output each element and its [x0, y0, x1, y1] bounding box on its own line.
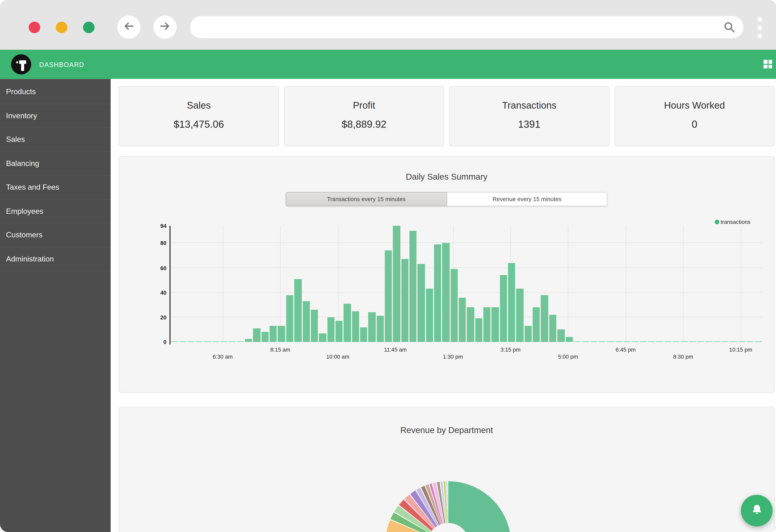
- stat-label: Sales: [119, 100, 278, 111]
- stat-label: Profit: [284, 100, 444, 111]
- sidebar-item-customers[interactable]: Customers: [0, 223, 111, 247]
- stat-card-sales: Sales $13,475.06: [119, 86, 279, 147]
- x-tick-label: 11:45 am: [384, 346, 407, 352]
- maximize-window-button[interactable]: [83, 22, 95, 33]
- bar: [335, 321, 343, 342]
- sidebar-item-sales[interactable]: Sales: [0, 128, 111, 152]
- bell-icon: [750, 503, 763, 518]
- bar: [426, 289, 433, 342]
- bar: [746, 341, 754, 342]
- bar: [319, 333, 326, 342]
- bar: [303, 301, 310, 342]
- back-arrow-icon: [123, 20, 135, 34]
- bar: [648, 341, 655, 342]
- x-tick-label: 3:15 pm: [501, 346, 521, 352]
- bar: [516, 289, 524, 342]
- y-tick-label: 20: [149, 314, 167, 321]
- bar: [360, 327, 367, 342]
- bar: [171, 341, 178, 342]
- sidebar-item-inventory[interactable]: Inventory: [0, 104, 111, 128]
- app-logo-icon[interactable]: [11, 54, 31, 74]
- close-window-button[interactable]: [29, 22, 40, 33]
- content-area: Products Inventory Sales Balancing Taxes…: [0, 79, 776, 532]
- bar: [549, 315, 557, 342]
- bar: [220, 341, 227, 342]
- bar: [508, 263, 515, 342]
- address-bar-input[interactable]: [190, 16, 743, 38]
- legend-label: transactions: [721, 219, 750, 225]
- notifications-fab-button[interactable]: [741, 495, 773, 527]
- bar: [344, 304, 351, 342]
- app-header: DASHBOARD: [0, 50, 776, 79]
- bar: [623, 341, 630, 342]
- bar: [467, 307, 474, 342]
- bar: [196, 341, 203, 342]
- bar: [500, 275, 507, 342]
- bar: [228, 341, 236, 342]
- minimize-window-button[interactable]: [56, 22, 67, 33]
- sidebar: Products Inventory Sales Balancing Taxes…: [0, 79, 111, 532]
- x-tick-label: 6:45 pm: [616, 346, 635, 352]
- sidebar-item-taxes-and-fees[interactable]: Taxes and Fees: [0, 176, 111, 200]
- bar-chart: transactions 6:30 am8:15 am10:00 am11:45…: [171, 226, 763, 342]
- y-tick-label: 60: [149, 264, 167, 271]
- bar: [483, 307, 491, 342]
- bar: [442, 243, 449, 342]
- department-donut-chart: [385, 481, 511, 532]
- sidebar-item-products[interactable]: Products: [0, 80, 111, 104]
- bar: [492, 307, 499, 342]
- bar: [475, 318, 482, 342]
- bar: [327, 317, 334, 342]
- main-panel: Sales $13,475.06 Profit $8,889.92 Transa…: [111, 79, 776, 532]
- x-tick-label: 10:15 pm: [729, 346, 752, 352]
- bar: [188, 341, 195, 342]
- bar: [639, 341, 647, 342]
- bar: [376, 316, 384, 342]
- toggle-revenue-button[interactable]: Revenue every 15 minutes: [447, 192, 608, 206]
- kebab-dot-icon: [757, 25, 762, 30]
- daily-sales-title: Daily Sales Summary: [119, 157, 774, 182]
- y-tick-label: 80: [149, 240, 167, 247]
- bar: [401, 259, 408, 342]
- bar: [434, 244, 441, 342]
- back-button[interactable]: [117, 16, 141, 39]
- bar: [582, 341, 589, 342]
- revenue-by-department-card: Revenue by Department: [119, 407, 775, 532]
- page-title: DASHBOARD: [39, 60, 84, 68]
- bar: [352, 311, 359, 342]
- stat-label: Hours Worked: [615, 100, 774, 111]
- bar: [278, 326, 285, 342]
- bar: [656, 341, 663, 342]
- kebab-dot-icon: [757, 17, 762, 22]
- window-controls: [29, 22, 95, 33]
- browser-menu-button[interactable]: [755, 16, 764, 39]
- search-icon[interactable]: [723, 21, 736, 34]
- bar: [738, 341, 745, 342]
- sidebar-item-employees[interactable]: Employees: [0, 199, 111, 223]
- apps-grid-icon[interactable]: [764, 60, 772, 69]
- browser-chrome: [0, 0, 776, 50]
- stat-card-hours-worked: Hours Worked 0: [614, 86, 775, 147]
- stat-value: $8,889.92: [284, 119, 444, 130]
- bar: [607, 341, 614, 342]
- sidebar-item-administration[interactable]: Administration: [0, 247, 111, 271]
- bar: [368, 312, 376, 342]
- bar: [311, 310, 318, 342]
- sidebar-item-balancing[interactable]: Balancing: [0, 152, 111, 176]
- x-tick-label: 8:15 am: [270, 346, 290, 352]
- toggle-transactions-button[interactable]: Transactions every 15 minutes: [286, 192, 447, 206]
- bar: [631, 341, 638, 342]
- bar: [541, 295, 548, 342]
- bar: [393, 226, 400, 342]
- stat-card-transactions: Transactions 1391: [449, 86, 609, 147]
- bar: [245, 339, 252, 342]
- x-tick-label: 6:30 am: [213, 353, 233, 360]
- bar: [574, 341, 581, 342]
- bar: [450, 269, 458, 342]
- bar: [253, 328, 260, 342]
- page: DASHBOARD Products Inventory Sales Balan…: [0, 0, 776, 532]
- forward-button[interactable]: [154, 16, 177, 39]
- forward-arrow-icon: [159, 20, 171, 34]
- bar: [672, 341, 680, 342]
- stat-value: 0: [615, 119, 774, 130]
